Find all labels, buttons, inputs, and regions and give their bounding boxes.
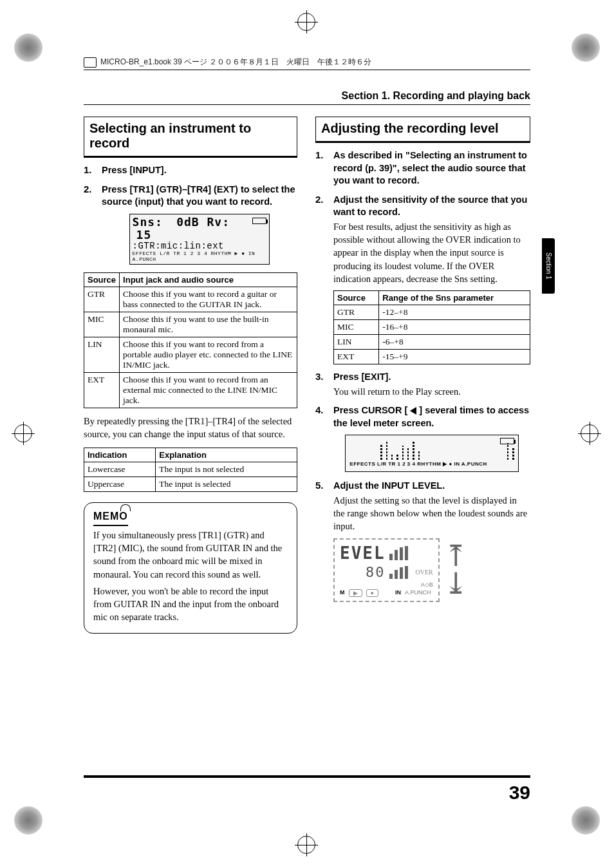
th-source: Source	[84, 273, 120, 287]
th-desc: Input jack and audio source	[120, 273, 297, 287]
registration-mark	[581, 424, 600, 444]
lcd-level-meter: EFFECTS L/R TR 1 2 3 4 RHYTHM ▶ ● IN A.P…	[345, 435, 518, 472]
table-row: GTR-12–+8	[334, 305, 530, 320]
section-tab: Section 1	[542, 238, 555, 294]
footer-rule	[84, 775, 530, 778]
registration-mark	[297, 13, 317, 32]
step-head-pre: Press CURSOR [	[333, 405, 410, 415]
print-header-text: MICRO-BR_e1.book 39 ページ ２００６年８月１日 火曜日 午後…	[100, 57, 371, 68]
lcd-row1-mid: 0dB Rv:	[176, 215, 230, 229]
page-body: Section 1. Recording and playing back Se…	[84, 90, 530, 771]
th-explanation: Explanation	[156, 448, 297, 462]
lcd-row1-left: Sns:	[133, 215, 163, 229]
print-header: MICRO-BR_e1.book 39 ページ ２００６年８月１日 火曜日 午後…	[84, 57, 530, 68]
cursor-left-icon	[410, 407, 416, 415]
step-body: You will return to the Play screen.	[333, 385, 530, 398]
registration-mark	[14, 424, 33, 444]
corner-ornament	[14, 33, 42, 62]
right-column: Adjusting the recording level As describ…	[315, 117, 530, 634]
level-title: EVEL	[340, 543, 386, 563]
mini-bars-icon	[389, 546, 408, 560]
lcd-row1-right: 15	[136, 228, 152, 241]
registration-mark	[297, 836, 317, 855]
m-label: M	[340, 589, 345, 597]
play-button-icon: ▶	[349, 589, 362, 597]
left-steps: Press [INPUT]. Press [TR1] (GTR)–[TR4] (…	[84, 164, 297, 265]
step-body: Adjust the setting so that the level is …	[333, 494, 530, 533]
corner-ornament	[572, 33, 600, 62]
running-head: Section 1. Recording and playing back	[84, 90, 530, 105]
lcd-row3: EFFECTS L/R TR 1 2 3 4 RHYTHM ▶ ● IN A.P…	[133, 251, 267, 263]
corner-ornament	[14, 806, 42, 835]
table-row: MICChoose this if you want to use the bu…	[84, 312, 297, 337]
heading-select-instrument: Selecting an instrument to record	[84, 117, 297, 158]
lcd-source-screen: Sns: 0dB Rv: 15 :GTR:mic:lin:ext EFFECTS…	[129, 214, 270, 265]
right-steps: As described in "Selecting an instrument…	[315, 149, 530, 602]
step-2: Press [TR1] (GTR)–[TR4] (EXT) to select …	[84, 184, 297, 265]
heading-adjust-level: Adjusting the recording level	[315, 117, 530, 143]
memo-paragraph: However, you won't be able to record the…	[93, 585, 288, 624]
step-1: Press [INPUT].	[84, 164, 297, 177]
input-level-figure: EVEL 80	[333, 538, 530, 602]
lcd-legend: EFFECTS L/R TR 1 2 3 4 RHYTHM ▶ ● IN A.P…	[349, 461, 514, 467]
apunch-label: A.PUNCH	[405, 589, 431, 597]
level-value: 80	[366, 564, 386, 580]
ab-tag: A◇B	[421, 581, 433, 588]
memo-label: MEMO	[93, 509, 128, 526]
level-box: EVEL 80	[333, 538, 440, 602]
step-4: Press CURSOR [ ] several times to access…	[315, 404, 530, 472]
page-number: 39	[509, 782, 530, 804]
battery-icon	[500, 438, 514, 444]
step-head: Press CURSOR [ ] several times to access…	[333, 404, 530, 429]
corner-ornament	[572, 806, 600, 835]
table-row: MIC-16–+8	[334, 320, 530, 335]
memo-box: MEMO If you simultaneously press [TR1] (…	[84, 502, 297, 634]
record-button-icon: ●	[366, 589, 378, 597]
level-bars	[380, 440, 514, 460]
step-body: For best results, adjust the sensitivity…	[333, 220, 530, 285]
step-head: Press [INPUT].	[102, 164, 297, 177]
memo-paragraph: If you simultaneously press [TR1] (GTR) …	[93, 529, 288, 581]
table-row: LowercaseThe input is not selected	[84, 462, 297, 476]
step-head: Adjust the sensitivity of the source tha…	[333, 194, 530, 219]
lcd-row2: :GTR:mic:lin:ext	[133, 241, 267, 251]
battery-icon	[252, 218, 266, 224]
indication-table: Indication Explanation LowercaseThe inpu…	[84, 448, 297, 492]
step-2: Adjust the sensitivity of the source tha…	[315, 194, 530, 365]
print-header-rule	[84, 70, 530, 70]
table-row: LIN-6–+8	[334, 335, 530, 350]
paragraph: By repeatedly pressing the [TR1]–[TR4] o…	[84, 415, 297, 441]
left-column: Selecting an instrument to record Press …	[84, 117, 297, 634]
step-3: Press [EXIT]. You will return to the Pla…	[315, 371, 530, 398]
th-source: Source	[334, 291, 379, 305]
step-head: Adjust the INPUT LEVEL.	[333, 480, 530, 493]
step-head: Press [EXIT].	[333, 371, 530, 384]
book-icon	[84, 57, 97, 68]
step-5: Adjust the INPUT LEVEL. Adjust the setti…	[315, 480, 530, 601]
table-row: LINChoose this if you want to record fro…	[84, 337, 297, 373]
step-head: As described in "Selecting an instrument…	[333, 149, 530, 187]
table-row: EXTChoose this if you want to record fro…	[84, 373, 297, 408]
range-bracket-icon: ⤒⤓	[443, 547, 469, 592]
step-head: Press [TR1] (GTR)–[TR4] (EXT) to select …	[102, 184, 297, 209]
table-row: EXT-15–+9	[334, 350, 530, 364]
in-label: IN	[395, 589, 401, 597]
th-range: Range of the Sns parameter	[379, 291, 530, 305]
th-indication: Indication	[84, 448, 156, 462]
mini-bars-icon	[389, 565, 408, 579]
table-row: UppercaseThe input is selected	[84, 476, 297, 491]
step-1: As described in "Selecting an instrument…	[315, 149, 530, 187]
source-input-table: Source Input jack and audio source GTRCh…	[84, 272, 297, 408]
table-row: GTRChoose this if you want to record a g…	[84, 287, 297, 312]
over-tag: OVER	[416, 569, 433, 576]
sns-range-table: Source Range of the Sns parameter GTR-12…	[333, 290, 530, 364]
